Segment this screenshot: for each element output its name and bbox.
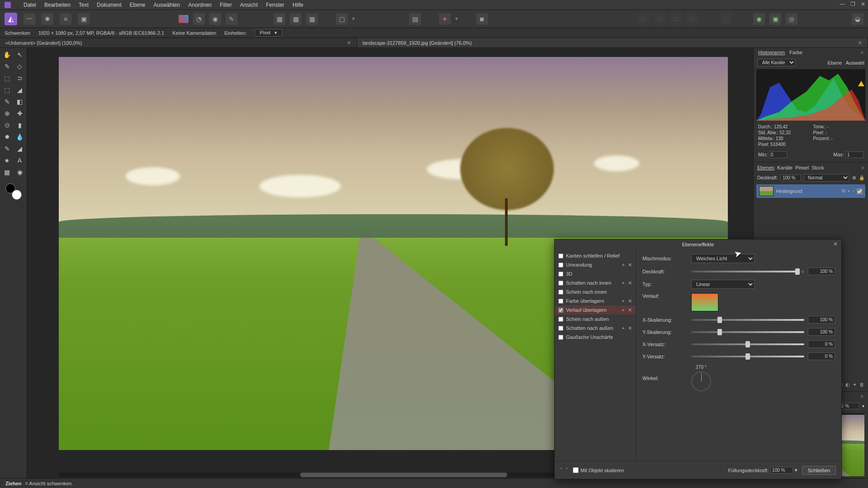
- menu-fenster[interactable]: Fenster: [266, 2, 284, 8]
- layer-visible-checkbox[interactable]: [857, 188, 863, 194]
- user-icon[interactable]: ◒: [852, 13, 863, 25]
- histogram-channel-select[interactable]: Alle Kanäle: [757, 59, 796, 66]
- fx-yscale-value[interactable]: 100 %: [808, 328, 835, 336]
- fx-remove-icon[interactable]: ✕: [628, 280, 632, 286]
- snap2-dropdown-icon[interactable]: ▾: [455, 16, 458, 22]
- layer-row[interactable]: Hintergrund fx ▪ ◦: [756, 184, 865, 198]
- bounds-dropdown-icon[interactable]: ▾: [352, 16, 355, 22]
- shape-tool-icon[interactable]: ◢: [15, 144, 25, 154]
- fx-fill-opacity-input[interactable]: [770, 467, 793, 474]
- fx-effect-checkbox[interactable]: [558, 326, 563, 331]
- brush-tool-icon[interactable]: ✎: [2, 97, 12, 107]
- snap-icon[interactable]: ▤: [409, 13, 421, 25]
- fx-effect-checkbox[interactable]: [558, 253, 563, 258]
- share2-icon[interactable]: ▣: [769, 13, 781, 25]
- fx-scale-with-object-checkbox[interactable]: [573, 467, 579, 473]
- fx-effect-checkbox[interactable]: [558, 263, 563, 267]
- fx-effect-checkbox[interactable]: [558, 281, 563, 286]
- fx-down-icon[interactable]: ˅: [566, 467, 568, 473]
- fill-icon[interactable]: ◔: [193, 13, 205, 25]
- menu-ansicht[interactable]: Ansicht: [240, 2, 258, 8]
- histogram-auswahl-button[interactable]: Auswahl: [845, 60, 864, 66]
- fx-add-icon[interactable]: +: [622, 262, 625, 267]
- fx-effect-row[interactable]: Gaußsche Unschärfe: [555, 333, 636, 342]
- snap2-icon[interactable]: ✦: [439, 13, 451, 25]
- share1-icon[interactable]: ◉: [753, 13, 765, 25]
- persona-export-icon[interactable]: ▣: [78, 13, 90, 25]
- fx-xscale-slider[interactable]: [691, 319, 804, 321]
- fx-add-icon[interactable]: +: [622, 298, 625, 304]
- fx-effect-row[interactable]: Schein nach innen: [555, 287, 636, 296]
- share3-icon[interactable]: ◎: [786, 13, 797, 25]
- fx-add-icon[interactable]: +: [622, 280, 625, 286]
- bounds-icon[interactable]: ▢: [336, 13, 348, 25]
- fx-effect-checkbox[interactable]: [558, 272, 563, 277]
- fx-up-icon[interactable]: ˄: [560, 467, 563, 473]
- camera-icon[interactable]: ◙: [476, 13, 488, 25]
- fx-opacity-slider[interactable]: [691, 271, 797, 272]
- fx-effect-checkbox[interactable]: [558, 290, 563, 295]
- fill-tool-icon[interactable]: ▮: [15, 120, 25, 130]
- swatch-icon[interactable]: [179, 15, 189, 23]
- fx-effect-row[interactable]: Verlauf überlagern+✕: [555, 305, 636, 314]
- fx-remove-icon[interactable]: ✕: [628, 262, 632, 268]
- pen-tool-icon[interactable]: ✎: [2, 144, 12, 154]
- hand-tool-icon[interactable]: ✋: [2, 50, 12, 60]
- lasso-tool-icon[interactable]: ⊃: [15, 73, 25, 83]
- dialog-titlebar[interactable]: Ebeneneffekte ✕: [555, 239, 841, 249]
- eyedrop-tool-icon[interactable]: ◉: [15, 167, 25, 177]
- fx-effect-row[interactable]: Umrandung+✕: [555, 260, 636, 269]
- menu-auswaehlen[interactable]: Auswählen: [153, 2, 180, 8]
- fx-effect-row[interactable]: Schatten nach außen+✕: [555, 324, 636, 333]
- fx-gradient-swatch[interactable]: [691, 293, 718, 311]
- fx-yscale-slider[interactable]: [691, 331, 804, 333]
- tab-histogram[interactable]: Histogramm: [758, 50, 785, 55]
- crop-tool-icon[interactable]: ◇: [15, 61, 25, 71]
- close-icon[interactable]: ✕: [858, 40, 862, 46]
- histogram-min-input[interactable]: [769, 151, 787, 158]
- trash-icon[interactable]: 🗑: [859, 382, 864, 388]
- assistant-icon[interactable]: ✎: [226, 13, 237, 25]
- menu-datei[interactable]: Datei: [24, 2, 36, 8]
- window-minimize-icon[interactable]: —: [840, 1, 845, 7]
- link-icon[interactable]: ◦: [852, 188, 854, 194]
- heal-tool-icon[interactable]: ✚: [15, 108, 25, 118]
- fx-blend-select[interactable]: Weiches Licht: [691, 254, 755, 263]
- star-tool-icon[interactable]: ★: [2, 155, 12, 165]
- fx-effect-row[interactable]: 3D: [555, 269, 636, 278]
- tab-stock[interactable]: Stock: [811, 165, 824, 170]
- menu-dokument[interactable]: Dokument: [97, 2, 122, 8]
- fx-xoff-slider[interactable]: [691, 343, 804, 345]
- persona-liquify-icon[interactable]: 〰: [24, 13, 35, 25]
- color-wheel-icon[interactable]: ◉: [209, 13, 221, 25]
- fx-icon[interactable]: ✦: [853, 382, 857, 388]
- fx-effect-checkbox[interactable]: [558, 308, 563, 313]
- persona-develop-icon[interactable]: ✺: [42, 13, 53, 25]
- clone-tool-icon[interactable]: ⊕: [2, 108, 12, 118]
- select-tool-icon[interactable]: ⬚: [2, 85, 12, 95]
- align-left-icon[interactable]: ▦: [274, 13, 285, 25]
- persona-tone-icon[interactable]: ≡: [60, 13, 71, 25]
- fx-add-icon[interactable]: +: [622, 325, 625, 331]
- tab-ebenen[interactable]: Ebenen: [757, 165, 774, 170]
- marquee-tool-icon[interactable]: ⬚: [2, 73, 12, 83]
- eraser-tool-icon[interactable]: ◧: [15, 97, 25, 107]
- adjust-icon[interactable]: ◐: [845, 382, 850, 388]
- fx-effect-checkbox[interactable]: [558, 317, 563, 322]
- tab-color[interactable]: Farbe: [789, 50, 802, 55]
- fx-angle-dial[interactable]: [691, 371, 711, 391]
- fx-xoff-value[interactable]: 0 %: [808, 340, 835, 348]
- panel-menu-icon[interactable]: ≡: [861, 50, 863, 55]
- text-tool-icon[interactable]: A: [15, 155, 25, 165]
- layer-blend-select[interactable]: Normal: [804, 174, 849, 182]
- close-icon[interactable]: ✕: [347, 40, 351, 46]
- menu-filter[interactable]: Filter: [220, 2, 232, 8]
- fx-remove-icon[interactable]: ✕: [628, 307, 632, 313]
- document-tab-2[interactable]: landscape-3127859_1920.jpg [Geändert] (7…: [357, 38, 868, 47]
- fx-type-select[interactable]: Linear: [691, 280, 755, 289]
- gear-icon[interactable]: ⚙: [852, 175, 856, 180]
- dialog-close-icon[interactable]: ✕: [833, 241, 838, 247]
- fx-effect-row[interactable]: Farbe überlagern+✕: [555, 296, 636, 305]
- menu-text[interactable]: Text: [79, 2, 89, 8]
- fx-effect-row[interactable]: Schatten nach innen+✕: [555, 278, 636, 287]
